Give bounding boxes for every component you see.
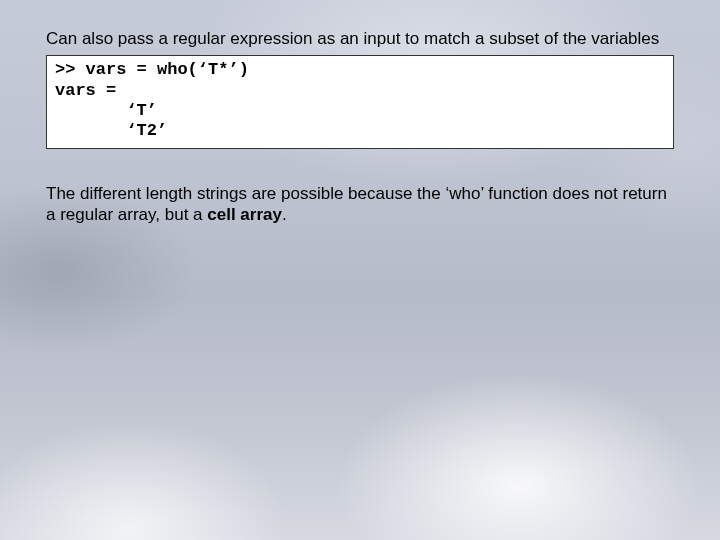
intro-text: Can also pass a regular expression as an…: [46, 28, 674, 49]
explanation-post: .: [282, 205, 287, 224]
code-content: >> vars = who(‘T*’) vars = ‘T’ ‘T2’: [55, 60, 665, 142]
explanation-bold: cell array: [207, 205, 282, 224]
explanation-text: The different length strings are possibl…: [46, 183, 674, 226]
explanation-pre: The different length strings are possibl…: [46, 184, 667, 224]
code-line-2: vars =: [55, 81, 116, 100]
code-line-1: >> vars = who(‘T*’): [55, 60, 249, 79]
code-box: >> vars = who(‘T*’) vars = ‘T’ ‘T2’: [46, 55, 674, 149]
code-line-3: ‘T’: [55, 101, 157, 120]
code-line-4: ‘T2’: [55, 121, 167, 140]
slide: Can also pass a regular expression as an…: [0, 0, 720, 540]
